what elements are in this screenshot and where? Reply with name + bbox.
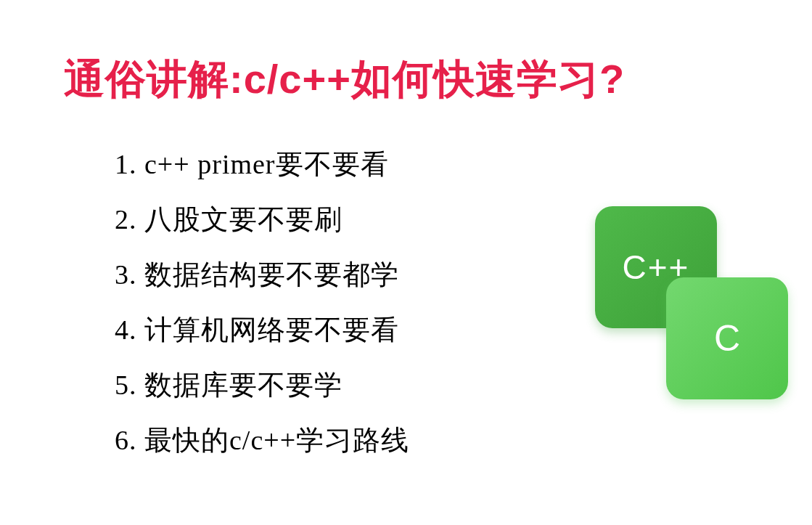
c-icon-label: C [714,317,740,359]
c-icon: C [666,277,788,399]
list-item: 3. 数据结构要不要都学 [115,247,409,302]
list-item: 6. 最快的c/c++学习路线 [115,412,409,468]
list-item: 2. 八股文要不要刷 [115,192,409,247]
list-item: 5. 数据库要不要学 [115,357,409,412]
topic-list: 1. c++ primer要不要看 2. 八股文要不要刷 3. 数据结构要不要都… [115,137,409,468]
list-item: 1. c++ primer要不要看 [115,137,409,192]
language-icons: C++ C [595,206,784,395]
list-item: 4. 计算机网络要不要看 [115,302,409,357]
page-title: 通俗讲解:c/c++如何快速学习? [64,52,625,107]
